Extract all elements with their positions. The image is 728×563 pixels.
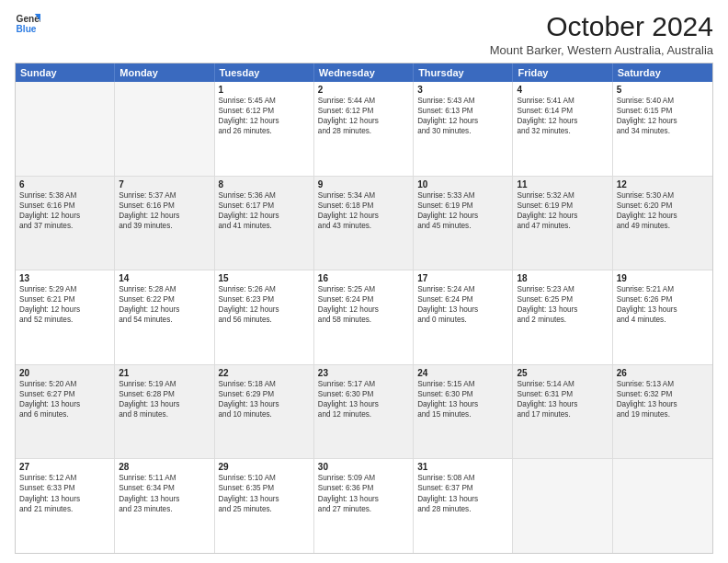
cell-line: Sunset: 6:14 PM [517,106,608,116]
cell-line: Daylight: 12 hours [219,304,310,315]
cell-line: Daylight: 13 hours [617,399,709,409]
day-number: 23 [318,368,409,378]
cell-line: and 58 minutes. [318,315,409,325]
cell-line: Daylight: 13 hours [517,399,608,409]
cell-line: Sunrise: 5:09 AM [318,473,409,483]
cell-line: Sunrise: 5:20 AM [19,379,110,389]
calendar-cell: 16Sunrise: 5:25 AMSunset: 6:24 PMDayligh… [314,270,414,364]
calendar-cell: 11Sunrise: 5:32 AMSunset: 6:19 PMDayligh… [513,177,612,270]
header-saturday: Saturday [613,63,712,82]
cell-line: Sunset: 6:26 PM [617,294,709,304]
cell-line: Sunset: 6:18 PM [318,201,409,211]
cell-line: Sunset: 6:12 PM [219,106,310,116]
day-number: 5 [617,85,709,95]
calendar-cell: 7Sunrise: 5:37 AMSunset: 6:16 PMDaylight… [115,177,214,270]
subtitle: Mount Barker, Western Australia, Austral… [490,43,713,57]
cell-line: Sunset: 6:35 PM [219,483,310,493]
header-thursday: Thursday [414,63,513,82]
cell-line: Sunset: 6:25 PM [517,294,608,304]
cell-line: and 28 minutes. [417,504,508,514]
cell-line: and 26 minutes. [219,126,310,136]
day-number: 27 [19,462,110,472]
calendar-cell: 6Sunrise: 5:38 AMSunset: 6:16 PMDaylight… [16,177,115,270]
cell-line: and 15 minutes. [417,409,508,419]
cell-line: Daylight: 13 hours [617,304,709,315]
calendar-cell: 10Sunrise: 5:33 AMSunset: 6:19 PMDayligh… [414,177,513,270]
calendar-cell: 8Sunrise: 5:36 AMSunset: 6:17 PMDaylight… [215,177,314,270]
cell-line: Daylight: 12 hours [517,116,608,126]
calendar-cell: 13Sunrise: 5:29 AMSunset: 6:21 PMDayligh… [16,270,115,364]
cell-line: Sunrise: 5:23 AM [517,284,608,294]
day-number: 20 [19,368,110,378]
calendar-cell: 29Sunrise: 5:10 AMSunset: 6:35 PMDayligh… [215,459,314,553]
cell-line: Sunset: 6:23 PM [219,294,310,304]
cell-line: and 12 minutes. [318,409,409,419]
title-block: October 2024 Mount Barker, Western Austr… [490,11,713,57]
cell-line: Daylight: 12 hours [219,211,310,221]
day-number: 22 [219,368,310,378]
cell-line: Sunrise: 5:33 AM [417,190,508,201]
calendar-cell: 28Sunrise: 5:11 AMSunset: 6:34 PMDayligh… [115,459,214,553]
cell-line: Sunrise: 5:24 AM [417,284,508,294]
cell-line: and 28 minutes. [318,126,409,136]
calendar-cell: 31Sunrise: 5:08 AMSunset: 6:37 PMDayligh… [414,459,513,553]
day-number: 2 [318,85,409,95]
cell-line: and 21 minutes. [19,504,110,514]
cell-line: Sunrise: 5:36 AM [219,190,310,201]
cell-line: Sunrise: 5:38 AM [19,190,110,201]
cell-line: Sunset: 6:29 PM [219,389,310,399]
cell-line: Sunset: 6:21 PM [19,294,110,304]
calendar-cell: 21Sunrise: 5:19 AMSunset: 6:28 PMDayligh… [115,365,214,459]
calendar-cell: 24Sunrise: 5:15 AMSunset: 6:30 PMDayligh… [414,365,513,459]
cell-line: and 4 minutes. [617,315,709,325]
day-number: 10 [417,179,508,190]
cell-line: Daylight: 13 hours [517,304,608,315]
cell-line: and 19 minutes. [617,409,709,419]
cell-line: Sunrise: 5:17 AM [318,379,409,389]
day-number: 4 [517,85,608,95]
calendar-cell [513,459,612,553]
cell-line: Sunset: 6:28 PM [119,389,210,399]
day-number: 11 [517,179,608,190]
cell-line: Sunset: 6:20 PM [617,201,709,211]
cell-line: Sunset: 6:31 PM [517,389,608,399]
cell-line: Sunset: 6:19 PM [417,201,508,211]
cell-line: Daylight: 12 hours [119,304,210,315]
header-monday: Monday [115,63,214,82]
cell-line: Sunrise: 5:13 AM [617,379,709,389]
calendar-cell [16,82,115,176]
day-number: 3 [417,85,508,95]
calendar: Sunday Monday Tuesday Wednesday Thursday… [15,63,713,554]
cell-line: Sunrise: 5:12 AM [19,473,110,483]
cell-line: Daylight: 13 hours [19,399,110,409]
cell-line: and 32 minutes. [517,126,608,136]
cell-line: Daylight: 13 hours [417,399,508,409]
day-number: 12 [617,179,709,190]
cell-line: and 17 minutes. [517,409,608,419]
cell-line: Daylight: 12 hours [417,116,508,126]
cell-line: Daylight: 12 hours [517,211,608,221]
header-friday: Friday [513,63,612,82]
cell-line: Sunset: 6:22 PM [119,294,210,304]
cell-line: Daylight: 12 hours [617,116,709,126]
cell-line: and 52 minutes. [19,315,110,325]
calendar-cell: 14Sunrise: 5:28 AMSunset: 6:22 PMDayligh… [115,270,214,364]
cell-line: Sunset: 6:19 PM [517,201,608,211]
cell-line: and 30 minutes. [417,126,508,136]
calendar-cell: 12Sunrise: 5:30 AMSunset: 6:20 PMDayligh… [613,177,712,270]
calendar-cell: 9Sunrise: 5:34 AMSunset: 6:18 PMDaylight… [314,177,414,270]
cell-line: Daylight: 13 hours [318,494,409,504]
cell-line: and 25 minutes. [219,504,310,514]
day-number: 25 [517,368,608,378]
calendar-cell: 30Sunrise: 5:09 AMSunset: 6:36 PMDayligh… [314,459,414,553]
calendar-cell: 5Sunrise: 5:40 AMSunset: 6:15 PMDaylight… [613,82,712,176]
cell-line: Sunset: 6:27 PM [19,389,110,399]
cell-line: Sunrise: 5:45 AM [219,96,310,106]
calendar-cell: 2Sunrise: 5:44 AMSunset: 6:12 PMDaylight… [314,82,414,176]
calendar-cell: 20Sunrise: 5:20 AMSunset: 6:27 PMDayligh… [16,365,115,459]
cell-line: and 0 minutes. [417,315,508,325]
day-number: 31 [417,462,508,472]
day-number: 19 [617,273,709,283]
logo: General Blue [15,11,40,37]
cell-line: Sunrise: 5:21 AM [617,284,709,294]
